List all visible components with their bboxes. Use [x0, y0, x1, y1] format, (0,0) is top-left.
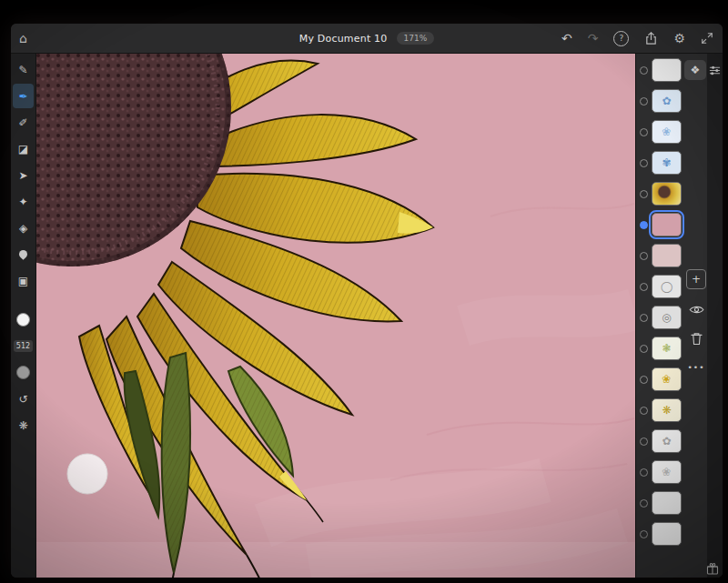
fill-tool-icon[interactable]: ◈: [13, 216, 34, 240]
undo-icon[interactable]: ↶: [561, 32, 572, 45]
effects-icon[interactable]: ❋: [13, 413, 34, 437]
document-title: My Document 10: [299, 33, 388, 45]
layer-row[interactable]: ✿: [640, 426, 685, 457]
layer-row[interactable]: ❀: [640, 364, 685, 395]
layer-thumbnail[interactable]: ✿: [652, 89, 682, 113]
layer-select-dot[interactable]: [640, 159, 648, 167]
layer-select-dot[interactable]: [640, 314, 648, 322]
layer-thumbnail[interactable]: [652, 522, 682, 546]
layer-select-dot[interactable]: [640, 530, 648, 538]
layers-panel-toggle[interactable]: ❖: [684, 60, 706, 80]
layer-row[interactable]: [640, 209, 685, 240]
gift-icon[interactable]: [705, 561, 720, 576]
layer-thumbnail[interactable]: [652, 58, 682, 82]
fullscreen-icon[interactable]: [701, 32, 713, 45]
settings-gear-icon[interactable]: ⚙: [673, 32, 685, 45]
layer-row[interactable]: ❋: [640, 395, 685, 426]
visibility-eye-icon[interactable]: [687, 300, 705, 318]
layers-panel: ❖ ✿❀✾◯◎❃❀❋✿❀ + •••: [635, 53, 723, 578]
layer-select-dot[interactable]: [640, 97, 648, 106]
brush-size-value: 512: [14, 340, 33, 352]
layer-select-dot[interactable]: [640, 499, 648, 508]
layer-select-dot[interactable]: [640, 437, 648, 446]
layer-row[interactable]: ❀: [640, 116, 685, 147]
layer-row[interactable]: [640, 488, 685, 518]
layer-row[interactable]: ❃: [640, 333, 685, 364]
layer-select-dot[interactable]: [640, 66, 648, 75]
layer-thumbnail[interactable]: ❀: [652, 367, 682, 391]
brush-size-field[interactable]: 512: [13, 334, 34, 358]
help-icon[interactable]: ?: [613, 31, 629, 46]
history-icon[interactable]: ↺: [13, 387, 34, 411]
layer-select-dot[interactable]: [640, 252, 648, 260]
more-options-button[interactable]: •••: [687, 358, 705, 377]
place-image-tool-icon[interactable]: ▣: [13, 268, 34, 293]
layer-row[interactable]: ◯: [640, 271, 685, 302]
color-swatch[interactable]: [13, 307, 34, 332]
layer-row[interactable]: ✿: [640, 85, 685, 116]
layer-thumbnail[interactable]: ✿: [652, 429, 682, 453]
layer-actions: + •••: [685, 269, 707, 377]
layer-select-dot[interactable]: [640, 407, 648, 415]
layer-thumbnail[interactable]: [652, 182, 682, 206]
add-layer-button[interactable]: +: [686, 269, 706, 289]
select-tool-icon[interactable]: ✦: [13, 189, 34, 214]
layer-row[interactable]: ◎: [640, 302, 685, 333]
share-icon[interactable]: [644, 32, 658, 45]
sunflower-artwork: [35, 53, 636, 578]
layer-select-dot[interactable]: [640, 468, 648, 477]
layer-thumbnail[interactable]: ✾: [652, 151, 682, 175]
layer-thumbnail[interactable]: ◎: [652, 306, 682, 329]
layer-thumbnail[interactable]: ❀: [652, 120, 682, 144]
paint-brush-tool-icon[interactable]: ✎: [13, 57, 34, 82]
layer-thumbnail[interactable]: ❀: [652, 460, 682, 484]
layer-thumbnail[interactable]: ❃: [652, 337, 682, 360]
live-brush-tool-icon[interactable]: ✒: [13, 84, 34, 108]
right-rail: [707, 53, 723, 578]
layer-select-dot[interactable]: [640, 190, 648, 198]
move-tool-icon[interactable]: ➤: [13, 163, 34, 187]
layer-select-dot[interactable]: [640, 376, 648, 384]
zoom-level-badge[interactable]: 171%: [397, 32, 435, 45]
layer-select-dot[interactable]: [640, 221, 648, 229]
layer-thumbnail[interactable]: ❋: [652, 398, 682, 422]
canvas[interactable]: [35, 53, 636, 578]
eyedropper-tool-icon[interactable]: [13, 242, 34, 266]
layer-thumbnail[interactable]: ◯: [652, 275, 682, 298]
redo-icon[interactable]: ↷: [588, 32, 599, 45]
layer-list: ✿❀✾◯◎❃❀❋✿❀: [640, 55, 685, 553]
layer-select-dot[interactable]: [640, 283, 648, 291]
delete-layer-trash-icon[interactable]: [687, 329, 705, 347]
properties-sliders-icon[interactable]: [707, 62, 722, 78]
tool-rail: ✎✒✐◪➤✦◈▣ 512 ↺ ❋: [11, 53, 36, 578]
layer-row[interactable]: [640, 178, 685, 209]
layer-thumbnail[interactable]: [652, 244, 682, 267]
layer-row[interactable]: ✾: [640, 147, 685, 178]
eraser-tool-icon[interactable]: ◪: [13, 136, 34, 161]
layer-select-dot[interactable]: [640, 128, 648, 136]
color-swatch-circle: [16, 313, 30, 327]
brush-cursor: [67, 454, 107, 494]
layer-row[interactable]: ❀: [640, 457, 685, 488]
eyedropper-shape: [17, 248, 29, 260]
vector-brush-tool-icon[interactable]: ✐: [13, 110, 34, 135]
tool-list: ✎✒✐◪➤✦◈▣: [13, 57, 34, 295]
app-window: ⌂ My Document 10 171% ↶ ↷ ? ⚙ ✎✒✐◪➤✦◈▣ 5…: [11, 24, 723, 578]
layer-select-dot[interactable]: [640, 345, 648, 353]
layer-thumbnail[interactable]: [652, 213, 682, 236]
secondary-swatch-circle: [16, 366, 30, 379]
layer-row[interactable]: [640, 518, 685, 549]
top-bar: ⌂ My Document 10 171% ↶ ↷ ? ⚙: [11, 24, 723, 54]
layer-row[interactable]: [640, 240, 685, 271]
secondary-swatch[interactable]: [13, 360, 34, 385]
layer-row[interactable]: [640, 55, 685, 85]
layer-thumbnail[interactable]: [652, 491, 682, 515]
